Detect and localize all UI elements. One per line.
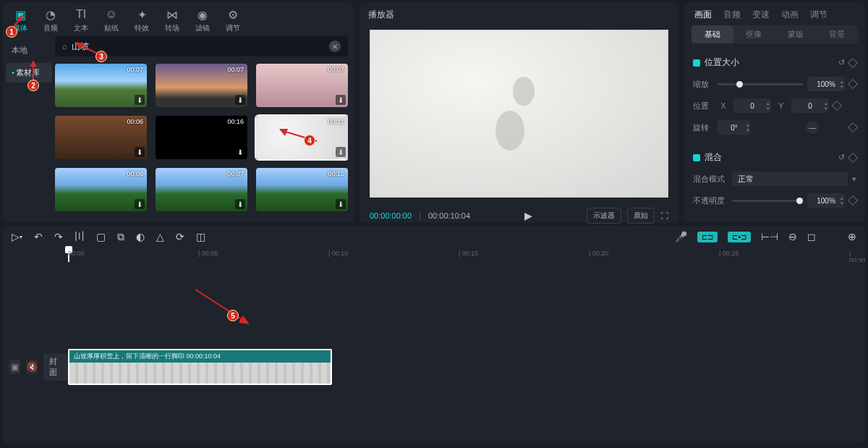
- media-thumbnail-grid: 00:07⬇00:07⬇00:07⬇00:06⬇00:16⬇00:11⬇00:0…: [55, 64, 348, 217]
- clip-thumbnail: [69, 363, 331, 385]
- search-input[interactable]: [72, 41, 329, 51]
- category-tab-2[interactable]: TI文本: [74, 7, 88, 33]
- copy-tool[interactable]: ⧉: [117, 231, 124, 243]
- scope-button[interactable]: 示波器: [587, 208, 621, 224]
- select-tool[interactable]: ▷▾: [12, 231, 22, 242]
- speed-tool[interactable]: ◐: [136, 231, 145, 242]
- ruler-tick: | 00:05: [198, 250, 218, 257]
- prop-tab-2[interactable]: 变速: [752, 9, 770, 21]
- section-position-size[interactable]: 位置大小 ↺: [693, 51, 856, 73]
- timeline-clip[interactable]: 山坡厚厚积雪上，留下清晰的一行脚印 00:00:10:04: [68, 349, 332, 385]
- magnet-left[interactable]: ⊏⊐: [697, 232, 718, 242]
- checkbox-icon[interactable]: [693, 59, 700, 67]
- crop2-tool[interactable]: ◫: [196, 231, 205, 242]
- opacity-slider[interactable]: [732, 200, 803, 202]
- subnav-library[interactable]: •素材库: [6, 63, 52, 83]
- download-icon[interactable]: ⬇: [235, 199, 245, 209]
- category-tab-5[interactable]: ⋈转场: [165, 7, 179, 33]
- keyframe-icon[interactable]: [848, 57, 858, 67]
- blend-mode-label: 混合模式: [693, 174, 728, 185]
- scale-slider[interactable]: [718, 83, 803, 85]
- keyframe-icon[interactable]: [848, 152, 858, 162]
- sub-tab-3[interactable]: 背景: [817, 25, 859, 43]
- redo-button[interactable]: ↷: [54, 231, 63, 242]
- prop-tab-1[interactable]: 音频: [723, 9, 741, 21]
- scale-value[interactable]: 100%▴▾: [807, 77, 845, 91]
- tab-icon: ⚙: [226, 7, 240, 22]
- zoom-slider-icon[interactable]: ◻: [807, 231, 816, 242]
- media-thumbnail[interactable]: 00:08⬇: [55, 168, 147, 211]
- sub-tab-1[interactable]: 抠像: [733, 25, 775, 43]
- keyframe-icon[interactable]: [848, 195, 858, 206]
- reset-icon[interactable]: ↺: [838, 58, 845, 67]
- opacity-value[interactable]: 100%▴▾: [807, 193, 845, 208]
- subnav-local[interactable]: 本地: [6, 41, 52, 60]
- prop-tab-4[interactable]: 调节: [810, 9, 827, 21]
- download-icon[interactable]: ⬇: [336, 95, 346, 105]
- fullscreen-icon[interactable]: ⛶: [660, 211, 668, 220]
- media-panel: ▣媒体◔音频TI文本☺贴纸✦特效⋈转场◉滤镜⚙调节 本地 •素材库 ⌕ ✕ 00…: [3, 3, 354, 223]
- tab-icon: ◔: [43, 7, 58, 22]
- magnet-right[interactable]: ⊏•⊐: [728, 232, 751, 242]
- timeline[interactable]: ▣ 🔇 封面 山坡厚厚积雪上，留下清晰的一行脚印 00:00:10:04: [3, 262, 865, 443]
- sub-tab-0[interactable]: 基础: [692, 25, 733, 43]
- split-tool[interactable]: 〣: [75, 230, 85, 243]
- section-blend[interactable]: 混合 ↺: [693, 145, 856, 168]
- zoom-out-icon[interactable]: ⊖: [788, 231, 797, 242]
- player-controls: 00:00:00:00 | 00:00:10:04 ▶ 示波器 原始 ⛶: [359, 200, 678, 229]
- category-tab-3[interactable]: ☺贴纸: [104, 7, 119, 33]
- keyframe-icon[interactable]: [848, 122, 858, 132]
- undo-button[interactable]: ↶: [34, 231, 43, 242]
- reset-icon[interactable]: ↺: [838, 153, 845, 162]
- flip-button[interactable]: —: [806, 121, 819, 134]
- ruler-tick: | 00:15: [459, 250, 478, 257]
- download-icon[interactable]: ⬇: [235, 147, 245, 157]
- keyframe-icon[interactable]: [848, 79, 858, 89]
- keyframe-icon[interactable]: [832, 101, 842, 111]
- align-tool[interactable]: ⊢⊣: [761, 231, 778, 242]
- media-thumbnail[interactable]: 00:07⬇: [156, 168, 247, 211]
- media-thumbnail[interactable]: 00:15⬇: [256, 168, 348, 211]
- timeline-ruler[interactable]: 00:00| 00:05| 00:10| 00:15| 00:20| 00:25…: [3, 248, 865, 262]
- mute-icon[interactable]: 🔇: [26, 360, 38, 374]
- crop-tool[interactable]: ▢: [96, 231, 106, 242]
- preview-panel: 播放器 00:00:00:00 | 00:00:10:04 ▶ 示波器 原始 ⛶: [359, 3, 678, 223]
- rotation-value[interactable]: 0°▴▾: [718, 120, 751, 135]
- track-icon[interactable]: ▣: [9, 360, 20, 374]
- media-thumbnail[interactable]: 00:06⬇: [55, 116, 147, 159]
- mirror-tool[interactable]: △: [156, 231, 164, 242]
- download-icon[interactable]: ⬇: [135, 147, 145, 157]
- category-tab-4[interactable]: ✦特效: [135, 7, 149, 33]
- blend-mode-select[interactable]: 正常: [732, 172, 848, 186]
- category-tab-6[interactable]: ◉滤镜: [195, 7, 210, 33]
- download-icon[interactable]: ⬇: [135, 95, 145, 105]
- original-button[interactable]: 原始: [627, 208, 655, 224]
- search-box[interactable]: ⌕ ✕: [55, 36, 348, 56]
- media-thumbnail[interactable]: 00:11⬇: [256, 116, 348, 159]
- download-icon[interactable]: ⬇: [135, 199, 145, 209]
- media-thumbnail[interactable]: 00:16⬇: [156, 116, 247, 159]
- position-y[interactable]: 0▴▾: [791, 98, 829, 113]
- download-icon[interactable]: ⬇: [336, 147, 346, 157]
- sub-tab-2[interactable]: 蒙版: [775, 25, 817, 43]
- checkbox-icon[interactable]: [693, 154, 700, 161]
- cover-chip[interactable]: 封面: [43, 353, 68, 381]
- category-tab-1[interactable]: ◔音频: [43, 7, 58, 33]
- preview-canvas[interactable]: [370, 30, 668, 198]
- category-tab-0[interactable]: ▣媒体: [13, 7, 27, 33]
- media-thumbnail[interactable]: 00:07⬇: [156, 64, 247, 107]
- download-icon[interactable]: ⬇: [235, 95, 245, 105]
- zoom-fit-icon[interactable]: ⊕: [848, 231, 856, 242]
- clear-search-button[interactable]: ✕: [329, 41, 341, 52]
- media-thumbnail[interactable]: 00:07⬇: [55, 64, 147, 107]
- position-x[interactable]: 0▴▾: [733, 98, 771, 113]
- rotate-tool[interactable]: ⟳: [176, 231, 184, 242]
- prop-tab-0[interactable]: 画面: [694, 9, 712, 21]
- category-tab-7[interactable]: ⚙调节: [226, 7, 240, 33]
- play-button[interactable]: ▶: [524, 210, 532, 221]
- ruler-tick: | 00:20: [589, 250, 608, 257]
- prop-tab-3[interactable]: 动画: [781, 9, 799, 21]
- mic-icon[interactable]: 🎤: [675, 231, 687, 242]
- download-icon[interactable]: ⬇: [336, 199, 346, 209]
- media-thumbnail[interactable]: 00:07⬇: [256, 64, 348, 107]
